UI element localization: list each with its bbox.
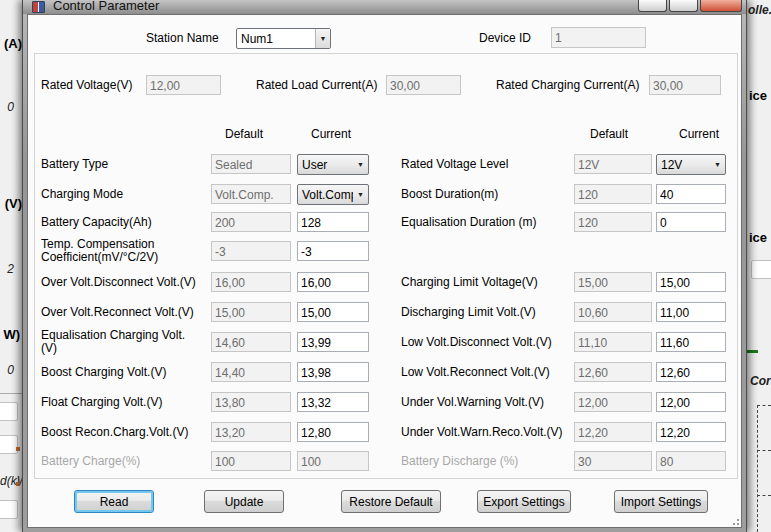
low-volt-reconnect-volt-v-label: Low Volt.Reconnect Volt.(V) [401,362,576,382]
chevron-down-icon: ▼ [710,161,725,168]
equalisation-charging-volt-v-label: Equalisation Charging Volt. (V) [41,332,201,352]
bg-text-fragment: Cor [750,374,771,388]
column-header-current: Current [669,127,729,141]
battery-type-current-value: User [298,158,353,172]
charging-mode-label: Charging Mode [41,184,201,204]
under-volt-warn-reco-volt-v-default-field: 12,20 [574,422,652,442]
import-settings-button[interactable]: Import Settings [614,490,708,513]
temp-compensation-coefficient-mv-c-2v-current-field[interactable]: -3 [297,241,369,261]
over-volt-reconnect-volt-v-current-field[interactable]: 15,00 [297,302,369,322]
bg-chart-fragment [757,405,771,532]
battery-capacity-ah-label: Battery Capacity(Ah) [41,212,201,232]
temp-compensation-coefficient-mv-c-2v-label: Temp. Compensation Coefficient(mV/°C/2V) [41,241,201,261]
bg-text-fragment: (V) [5,196,22,211]
battery-capacity-ah-current-field[interactable]: 128 [297,212,369,232]
equalisation-duration-m-label: Equalisation Duration (m) [401,212,576,232]
boost-duration-m-current-field[interactable]: 40 [656,184,726,204]
under-vol-warning-volt-v-label: Under Vol.Warning Volt.(V) [401,392,576,412]
boost-duration-m-default-field: 120 [574,184,652,204]
low-volt-disconnect-volt-v-current-field[interactable]: 11,60 [656,332,726,352]
over-volt-disconnect-volt-v-default-field: 16,00 [211,272,291,292]
rated-voltage-level-current-value: 12V [657,158,710,172]
column-header-current: Current [301,127,361,141]
over-volt-disconnect-volt-v-current-field[interactable]: 16,00 [297,272,369,292]
under-volt-warn-reco-volt-v-label: Under Volt.Warn.Reco.Volt.(V) [401,422,576,442]
control-parameter-dialog: Control Parameter Station Name Num1 ▼ De… [22,0,747,532]
bg-textbox-fragment [0,435,18,454]
battery-type-current-combo[interactable]: User▼ [297,154,369,175]
maximize-button[interactable] [669,0,698,12]
bg-textbox-fragment [0,402,18,421]
temp-compensation-coefficient-mv-c-2v-default-field: -3 [211,241,291,261]
over-volt-disconnect-volt-v-label: Over Volt.Disconnect Volt.(V) [41,272,201,292]
low-volt-reconnect-volt-v-default-field: 12,60 [574,362,652,382]
dialog-client-area: Station Name Num1 ▼ Device ID 1 Rated Vo… [27,14,742,528]
chevron-down-icon: ▼ [353,191,368,198]
update-button[interactable]: Update [204,490,284,513]
charging-limit-voltage-v-current-field[interactable]: 15,00 [656,272,726,292]
charging-mode-current-combo[interactable]: Volt.Comp▼ [297,184,369,205]
bg-chart-gridline [757,405,771,406]
title-bar[interactable]: Control Parameter [23,0,746,14]
discharging-limit-volt-v-current-field[interactable]: 11,00 [656,302,726,322]
equalisation-duration-m-current-field[interactable]: 0 [656,212,726,232]
minimize-button[interactable] [638,0,667,12]
equalisation-charging-volt-v-default-field: 14,60 [211,332,291,352]
float-charging-volt-v-current-field[interactable]: 13,32 [297,392,369,412]
equalisation-duration-m-default-field: 120 [574,212,652,232]
battery-charge-label: Battery Charge(%) [41,451,201,471]
bg-text-fragment: W) [3,327,20,342]
over-volt-reconnect-volt-v-label: Over Volt.Reconnect Volt.(V) [41,302,201,322]
under-volt-warn-reco-volt-v-current-field[interactable]: 12,20 [656,422,726,442]
charging-mode-default-field: Volt.Comp. [211,184,291,204]
bg-chart-gridline [757,495,771,496]
boost-charging-volt-v-label: Boost Charging Volt.(V) [41,362,201,382]
column-header-default: Default [579,127,639,141]
station-name-combo[interactable]: Num1 ▼ [236,28,331,49]
bg-marker [16,447,20,451]
device-id-field: 1 [551,27,646,48]
bg-chart-gridline [757,450,771,451]
station-name-value: Num1 [237,32,315,46]
rated-voltage-level-label: Rated Voltage Level [401,154,576,174]
rated-voltage-level-current-combo[interactable]: 12V▼ [656,154,726,175]
under-vol-warning-volt-v-default-field: 12,00 [574,392,652,412]
charging-mode-current-value: Volt.Comp [298,188,353,202]
battery-capacity-ah-default-field: 200 [211,212,291,232]
equalisation-charging-volt-v-current-field[interactable]: 13,99 [297,332,369,352]
boost-recon-charg-volt-v-default-field: 13,20 [211,422,291,442]
battery-type-default-field: Sealed [211,154,291,174]
bg-text-fragment: ice [749,88,767,103]
chevron-down-icon: ▼ [315,29,330,48]
form-icon [32,1,45,13]
station-name-label: Station Name [146,28,219,48]
resize-grip[interactable] [730,516,740,526]
boost-duration-m-label: Boost Duration(m) [401,184,576,204]
battery-type-label: Battery Type [41,154,201,174]
bg-chart-green-mark [747,350,758,353]
bg-textbox-fragment [0,500,18,519]
desktop-background: (A) 0 (V) 2 W) 0 d(kW olle... ice ice Co… [0,0,771,532]
bg-text-fragment: 0 [7,100,14,114]
bg-text-fragment: 0 [7,363,14,377]
bg-marker [16,482,20,486]
low-volt-reconnect-volt-v-current-field[interactable]: 12,60 [656,362,726,382]
restore-default-button[interactable]: Restore Default [341,490,441,513]
column-header-default: Default [214,127,274,141]
close-button[interactable] [700,0,742,12]
bg-textbox-fragment [751,260,771,279]
chevron-down-icon: ▼ [353,161,368,168]
window-title: Control Parameter [53,0,159,13]
read-button[interactable]: Read [74,490,154,513]
float-charging-volt-v-label: Float Charging Volt.(V) [41,392,201,412]
boost-recon-charg-volt-v-label: Boost Recon.Charg.Volt.(V) [41,422,201,442]
under-vol-warning-volt-v-current-field[interactable]: 12,00 [656,392,726,412]
boost-charging-volt-v-current-field[interactable]: 13,98 [297,362,369,382]
boost-recon-charg-volt-v-current-field[interactable]: 12,80 [297,422,369,442]
float-charging-volt-v-default-field: 13,80 [211,392,291,412]
battery-discharge-label: Battery Discharge (%) [401,451,576,471]
over-volt-reconnect-volt-v-default-field: 15,00 [211,302,291,322]
export-settings-button[interactable]: Export Settings [477,490,571,513]
charging-limit-voltage-v-default-field: 15,00 [574,272,652,292]
low-volt-disconnect-volt-v-label: Low Volt.Disconnect Volt.(V) [401,332,576,352]
